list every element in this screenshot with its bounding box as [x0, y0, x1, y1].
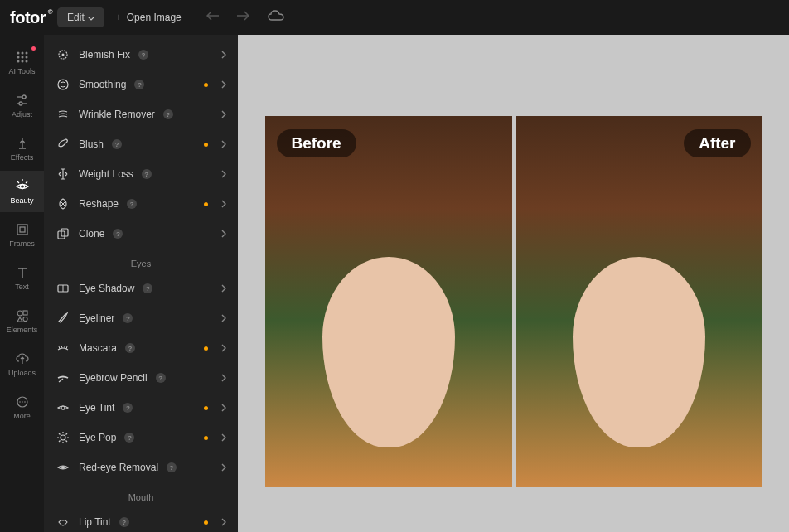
chevron-right-icon	[221, 48, 226, 61]
tool-section-header: Mouth	[56, 482, 226, 507]
redo-button[interactable]	[236, 10, 249, 25]
premium-dot-indicator	[204, 202, 208, 206]
sidebar-item-elements[interactable]: Elements	[0, 300, 44, 341]
beauty-icon	[15, 179, 30, 194]
tool-item-eyebrow-pencil[interactable]: Eyebrow Pencil?	[56, 363, 226, 393]
info-icon[interactable]: ?	[119, 517, 129, 527]
tool-label: Blemish Fix	[79, 49, 130, 60]
sidebar-item-label: Text	[15, 283, 29, 291]
eyeliner-icon	[56, 311, 70, 326]
mascara-icon	[56, 341, 70, 355]
tool-item-clone[interactable]: Clone?	[56, 219, 226, 249]
svg-point-7	[21, 60, 23, 62]
after-image: After	[516, 116, 762, 487]
svg-point-40	[61, 435, 65, 440]
sidebar-item-frames[interactable]: Frames	[0, 214, 44, 255]
sidebar-item-effects[interactable]: Effects	[0, 128, 44, 169]
info-icon[interactable]: ?	[138, 50, 148, 60]
info-icon[interactable]: ?	[123, 403, 133, 413]
svg-point-25	[24, 401, 26, 403]
svg-point-49	[61, 466, 65, 469]
tool-item-eye-tint[interactable]: Eye Tint?	[56, 393, 226, 423]
tool-item-red-eye-removal[interactable]: Red-eye Removal?	[56, 452, 226, 482]
logo[interactable]: fotor	[10, 8, 46, 27]
tool-item-lip-tint[interactable]: Lip Tint?	[56, 507, 226, 532]
info-icon[interactable]: ?	[112, 139, 122, 149]
tool-label: Reshape	[79, 198, 119, 210]
tool-label: Blush	[79, 138, 104, 150]
premium-dot-indicator	[204, 83, 208, 87]
cloud-sync-icon[interactable]	[268, 10, 284, 25]
eye-pop-icon	[56, 430, 70, 445]
svg-point-5	[25, 56, 27, 58]
chevron-right-icon	[221, 371, 226, 384]
tool-label: Eye Shadow	[79, 283, 134, 294]
tool-label: Weight Loss	[79, 168, 133, 180]
uploads-icon	[16, 351, 29, 366]
more-icon	[16, 394, 29, 409]
tool-item-blemish-fix[interactable]: Blemish Fix?	[56, 40, 226, 70]
sidebar-item-label: More	[13, 412, 31, 420]
tool-item-eye-pop[interactable]: Eye Pop?	[56, 423, 226, 452]
open-image-button[interactable]: + Open Image	[116, 12, 182, 23]
eye-tint-icon	[56, 400, 70, 415]
info-icon[interactable]: ?	[143, 283, 152, 293]
edit-dropdown-button[interactable]: Edit	[57, 7, 104, 27]
premium-dot-indicator	[204, 436, 208, 440]
tool-item-weight-loss[interactable]: Weight Loss?	[56, 159, 226, 189]
topbar: fotor Edit + Open Image	[0, 0, 789, 35]
svg-point-1	[21, 51, 23, 54]
info-icon[interactable]: ?	[167, 462, 177, 472]
chevron-right-icon	[221, 197, 226, 210]
sidebar-item-label: Uploads	[8, 369, 36, 377]
tool-item-blush[interactable]: Blush?	[56, 129, 226, 159]
tool-item-eyeliner[interactable]: Eyeliner?	[56, 303, 226, 333]
after-label: After	[684, 129, 750, 157]
info-icon[interactable]: ?	[123, 313, 133, 323]
svg-line-15	[17, 181, 19, 183]
tool-item-eye-shadow[interactable]: Eye Shadow?	[56, 273, 226, 303]
sidebar-item-text[interactable]: Text	[0, 257, 44, 298]
undo-button[interactable]	[206, 10, 220, 25]
svg-rect-17	[17, 225, 27, 235]
sidebar-item-label: Elements	[7, 326, 38, 334]
info-icon[interactable]: ?	[163, 109, 173, 119]
sidebar-item-beauty[interactable]: Beauty	[0, 171, 44, 212]
tool-item-smoothing[interactable]: Smoothing?	[56, 70, 226, 99]
canvas-area: Before After	[238, 35, 789, 532]
svg-point-8	[25, 60, 27, 62]
chevron-right-icon	[221, 138, 226, 151]
frames-icon	[16, 222, 29, 237]
text-icon	[16, 265, 29, 280]
tool-item-wrinkle-remover[interactable]: Wrinkle Remover?	[56, 99, 226, 129]
sidebar-item-more[interactable]: More	[0, 386, 44, 428]
tool-item-reshape[interactable]: Reshape?	[56, 189, 226, 219]
svg-point-3	[17, 56, 19, 58]
chevron-right-icon	[221, 227, 226, 240]
svg-line-48	[66, 441, 68, 443]
tool-label: Clone	[79, 228, 104, 239]
sidebar-item-adjust[interactable]: Adjust	[0, 85, 44, 126]
svg-line-38	[66, 346, 67, 349]
info-icon[interactable]: ?	[124, 433, 134, 443]
lip-tint-icon	[56, 515, 70, 530]
info-icon[interactable]: ?	[125, 343, 135, 353]
svg-line-46	[66, 433, 68, 435]
info-icon[interactable]: ?	[113, 229, 123, 239]
svg-point-0	[17, 51, 19, 54]
info-icon[interactable]: ?	[134, 80, 144, 89]
info-icon[interactable]: ?	[142, 169, 152, 179]
beauty-tool-panel: Blemish Fix?Smoothing?Wrinkle Remover?Bl…	[44, 35, 238, 532]
sidebar-item-ai-tools[interactable]: AI Tools	[0, 41, 44, 83]
chevron-right-icon	[221, 515, 226, 529]
info-icon[interactable]: ?	[127, 199, 137, 209]
tool-item-mascara[interactable]: Mascara?	[56, 333, 226, 363]
reshape-icon	[56, 196, 70, 211]
sidebar-item-uploads[interactable]: Uploads	[0, 343, 44, 384]
info-icon[interactable]: ?	[156, 373, 166, 383]
svg-point-2	[25, 51, 27, 54]
svg-rect-18	[20, 227, 25, 232]
smoothing-icon	[56, 77, 70, 92]
svg-point-23	[19, 401, 21, 403]
chevron-right-icon	[221, 341, 226, 355]
